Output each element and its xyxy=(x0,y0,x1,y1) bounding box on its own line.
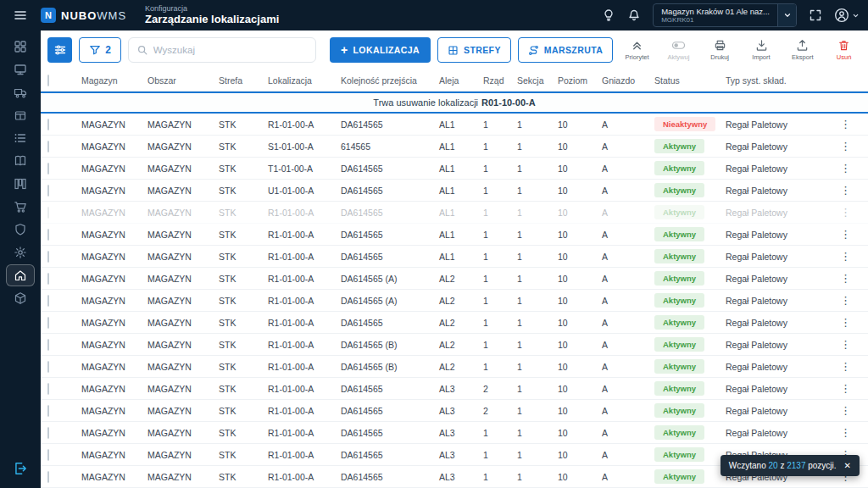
row-menu-icon[interactable]: ⋮ xyxy=(836,270,855,286)
col-obszar[interactable]: Obszar xyxy=(147,75,219,86)
select-all-checkbox[interactable] xyxy=(47,75,49,86)
cell-kolejnosc: DA614565 (B) xyxy=(341,362,439,372)
book-icon[interactable] xyxy=(6,150,35,172)
cell-poziom: 10 xyxy=(558,274,602,284)
row-checkbox[interactable] xyxy=(47,119,49,130)
delete-action[interactable]: Usuń xyxy=(826,39,861,61)
row-menu-icon[interactable]: ⋮ xyxy=(836,116,855,132)
row-menu-icon[interactable]: ⋮ xyxy=(836,138,855,154)
col-aleja[interactable]: Aleja xyxy=(439,75,483,86)
export-upload-icon xyxy=(796,39,809,52)
warehouse-home-icon[interactable] xyxy=(6,264,35,286)
cell-typ: Regał Paletowy xyxy=(726,428,836,438)
task-list-icon[interactable] xyxy=(6,127,35,149)
cell-kolejnosc: DA614565 (A) xyxy=(341,274,439,284)
zones-button[interactable]: STREFY xyxy=(437,37,511,63)
warehouse-select[interactable]: Magazyn Kraków 01 Ale naz... MGKRK01 xyxy=(653,3,797,27)
col-sekcja[interactable]: Sekcja xyxy=(517,75,558,86)
cell-aleja: AL2 xyxy=(439,362,483,372)
import-action[interactable]: Import xyxy=(744,39,779,61)
cart-icon[interactable] xyxy=(6,196,35,218)
row-menu-icon[interactable]: ⋮ xyxy=(836,424,855,441)
col-lokalizacja[interactable]: Lokalizacja xyxy=(268,75,341,86)
row-checkbox[interactable] xyxy=(47,405,49,417)
cell-magazyn: MAGAZYN xyxy=(81,141,147,152)
dashboard-grid-icon[interactable] xyxy=(6,36,35,58)
close-icon[interactable]: ✕ xyxy=(844,461,851,470)
row-menu-icon[interactable]: ⋮ xyxy=(836,402,855,419)
export-action[interactable]: Eksport xyxy=(785,39,820,61)
activate-action[interactable]: Aktywuj xyxy=(661,39,696,61)
col-gniazdo[interactable]: Gniazdo xyxy=(602,75,654,86)
monitor-icon[interactable] xyxy=(6,58,35,80)
row-checkbox[interactable] xyxy=(47,141,49,152)
truck-icon[interactable] xyxy=(6,81,35,103)
panel-exit-icon[interactable] xyxy=(6,458,35,480)
row-checkbox[interactable] xyxy=(47,449,49,461)
row-menu-icon[interactable]: ⋮ xyxy=(836,314,855,330)
cell-rzad: 1 xyxy=(483,318,517,328)
col-rzad[interactable]: Rząd xyxy=(483,75,517,86)
row-menu-icon[interactable]: ⋮ xyxy=(836,358,855,374)
cell-sekcja: 1 xyxy=(517,472,558,482)
row-checkbox[interactable] xyxy=(47,273,49,285)
route-button[interactable]: MARSZRUTA xyxy=(518,37,613,63)
col-status[interactable]: Status xyxy=(654,75,726,86)
row-menu-icon[interactable]: ⋮ xyxy=(836,226,855,242)
col-kolejnosc[interactable]: Kolejność przejścia xyxy=(341,75,439,86)
row-checkbox[interactable] xyxy=(47,185,49,197)
row-menu-icon[interactable]: ⋮ xyxy=(836,182,855,198)
row-checkbox[interactable] xyxy=(47,427,49,439)
filter-button[interactable]: 2 xyxy=(79,37,121,63)
col-typ[interactable]: Typ syst. skład. xyxy=(726,75,836,86)
menu-hamburger-icon[interactable] xyxy=(0,0,41,30)
cell-lokalizacja: R1-01-00-A xyxy=(268,119,341,130)
package-icon[interactable] xyxy=(6,104,35,126)
row-menu-icon[interactable]: ⋮ xyxy=(836,292,855,308)
cell-obszar: MAGAZYN xyxy=(147,274,219,284)
user-menu[interactable] xyxy=(834,8,860,23)
cell-typ: Regał Paletowy xyxy=(726,186,836,196)
row-checkbox[interactable] xyxy=(47,317,49,329)
table-row: MAGAZYN MAGAZYN STK U1-01-00-A DA614565 … xyxy=(41,180,868,202)
cell-lokalizacja: R1-01-00-A xyxy=(268,230,341,240)
add-location-button[interactable]: + LOKALIZACJA xyxy=(330,37,431,63)
print-action[interactable]: Drukuj xyxy=(703,39,737,61)
col-poziom[interactable]: Poziom xyxy=(558,75,602,86)
shield-badge-icon[interactable] xyxy=(6,219,35,241)
status-badge: Aktywny xyxy=(654,381,704,396)
search-input[interactable] xyxy=(153,45,308,55)
banner-location-code: R01-10-00-A xyxy=(481,97,536,108)
column-settings-button[interactable] xyxy=(47,37,72,63)
row-checkbox[interactable] xyxy=(47,471,49,483)
notifications-bell-icon[interactable] xyxy=(627,8,641,22)
settings-gear-icon[interactable] xyxy=(6,241,35,263)
cell-aleja: AL3 xyxy=(439,450,483,460)
row-menu-icon[interactable]: ⋮ xyxy=(836,380,855,396)
row-checkbox[interactable] xyxy=(47,383,49,395)
cell-poziom: 10 xyxy=(558,164,602,174)
row-checkbox[interactable] xyxy=(47,207,49,219)
cell-aleja: AL1 xyxy=(439,208,483,218)
row-checkbox[interactable] xyxy=(47,295,49,307)
kanban-icon[interactable] xyxy=(6,173,35,195)
row-checkbox[interactable] xyxy=(47,251,49,263)
row-checkbox[interactable] xyxy=(47,339,49,351)
row-menu-icon[interactable]: ⋮ xyxy=(836,204,855,220)
col-strefa[interactable]: Strefa xyxy=(219,75,268,86)
row-checkbox[interactable] xyxy=(47,361,49,373)
row-menu-icon[interactable]: ⋮ xyxy=(836,336,855,352)
row-menu-icon[interactable]: ⋮ xyxy=(836,160,855,176)
table-row: MAGAZYN MAGAZYN STK S1-01-00-A 614565 AL… xyxy=(41,136,868,158)
fullscreen-icon[interactable] xyxy=(809,8,822,22)
priority-action[interactable]: Priorytet xyxy=(620,39,654,61)
row-checkbox[interactable] xyxy=(47,163,49,175)
cube-icon[interactable] xyxy=(6,287,35,309)
cell-gniazdo: A xyxy=(602,450,654,460)
theme-bulb-icon[interactable] xyxy=(602,8,615,22)
cell-obszar: MAGAZYN xyxy=(147,296,219,306)
col-magazyn[interactable]: Magazyn xyxy=(81,75,147,86)
row-menu-icon[interactable]: ⋮ xyxy=(836,248,855,264)
cell-typ: Regał Paletowy xyxy=(726,208,836,218)
row-checkbox[interactable] xyxy=(47,229,49,241)
